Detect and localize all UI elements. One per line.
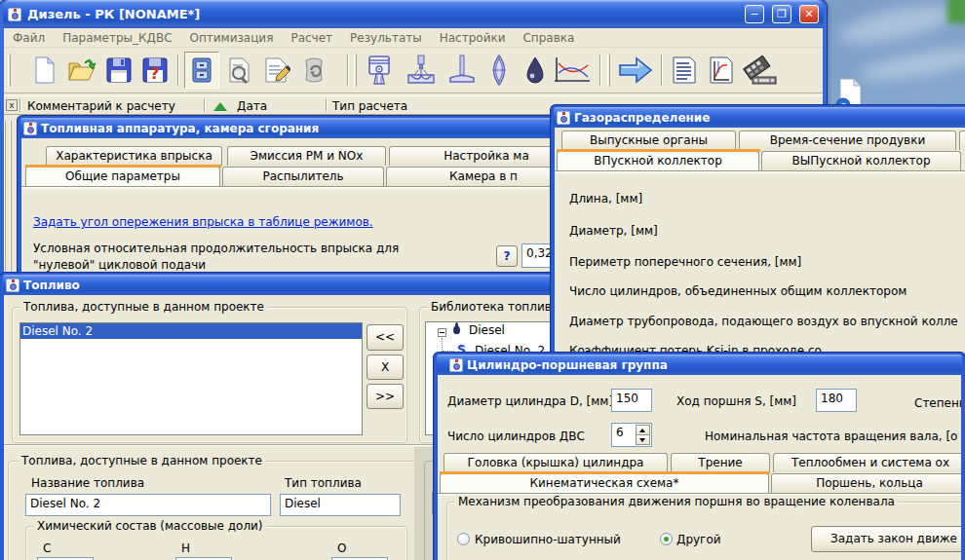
run-button[interactable] bbox=[616, 52, 655, 89]
tab-extra[interactable] bbox=[959, 131, 965, 150]
maximize-button[interactable]: ❐ bbox=[772, 5, 791, 23]
main-titlebar[interactable]: Дизель - РК [NONAME*] ─ ❐ ✕ bbox=[3, 0, 824, 28]
radio-other[interactable] bbox=[660, 533, 673, 545]
menu-results[interactable]: Результаты bbox=[341, 31, 431, 45]
menu-file[interactable]: Файл bbox=[4, 31, 54, 45]
discard-refresh-button[interactable] bbox=[296, 52, 331, 89]
tab-general-params[interactable]: Общие параметры bbox=[25, 167, 220, 186]
menu-bar: Файл Параметры_КДВС Оптимизация Расчет Р… bbox=[4, 28, 823, 48]
report-button[interactable] bbox=[667, 52, 702, 89]
print-preview-button[interactable] bbox=[222, 52, 257, 89]
gas-row-cylinders: Число цилиндров, объединенных общим колл… bbox=[569, 284, 907, 298]
tab-cylinder-head[interactable]: Головка (крышка) цилиндра bbox=[444, 453, 668, 472]
gas-row-length: Длина, [мм] bbox=[569, 192, 642, 205]
cyl-count-spinner[interactable]: 6 bbox=[611, 423, 652, 447]
archive-button[interactable] bbox=[184, 52, 219, 89]
chart-document-button[interactable] bbox=[704, 52, 739, 89]
save-button[interactable] bbox=[101, 52, 136, 89]
spinner-up[interactable] bbox=[636, 425, 650, 434]
header-comment[interactable]: Комментарий к расчету bbox=[27, 99, 175, 113]
sort-ascending-icon[interactable] bbox=[213, 102, 227, 111]
gas-icon bbox=[557, 111, 570, 125]
tab-time-section[interactable]: Время-сечение продувки bbox=[739, 131, 956, 150]
mechanism-label: Механизм преобразования движения поршня … bbox=[455, 495, 898, 508]
fuel-system-icon bbox=[23, 122, 37, 135]
injector-icon-button[interactable] bbox=[404, 52, 439, 89]
tab-heat-exchange[interactable]: Теплообмен и система ох bbox=[773, 453, 961, 472]
new-document-button[interactable] bbox=[27, 52, 62, 89]
project-fuels-label: Топлива, доступные в данном проекте bbox=[20, 300, 267, 314]
tree-root-label[interactable]: Diesel bbox=[469, 323, 505, 337]
gas-window: Газораспределение Выпускные органы Время… bbox=[551, 105, 965, 378]
toolbar-gripper[interactable] bbox=[8, 54, 11, 87]
fuel-title: Топливо bbox=[23, 279, 80, 292]
chem-o-label: O bbox=[337, 541, 346, 555]
library-label: Библиотека топлив bbox=[428, 300, 552, 314]
tab-exhaust-manifold[interactable]: ВЫПускной коллектор bbox=[761, 151, 961, 170]
tab-atomizer[interactable]: Распылитель bbox=[222, 167, 384, 186]
list-item-selected[interactable]: Diesel No. 2 bbox=[20, 323, 362, 339]
fuel-name-label: Название топлива bbox=[31, 476, 144, 490]
tab-emission[interactable]: Эмиссия PM и NOx bbox=[227, 146, 386, 166]
save-as-button[interactable]: ? bbox=[137, 52, 173, 89]
tab-intake-manifold[interactable]: ВПускной коллектор bbox=[557, 151, 759, 170]
active-tab-indicator bbox=[557, 149, 760, 152]
help-button[interactable]: ? bbox=[496, 245, 518, 267]
move-right-button[interactable]: >> bbox=[367, 384, 404, 409]
edit-document-button[interactable] bbox=[259, 52, 294, 89]
video-button[interactable] bbox=[740, 52, 779, 89]
fuel-type-input[interactable]: Diesel bbox=[280, 494, 401, 516]
menu-engine-params[interactable]: Параметры_КДВС bbox=[54, 31, 180, 45]
tab-piston-rings[interactable]: Поршень, кольца bbox=[771, 473, 961, 493]
screen: { "colors": { "titlebar_blue": "#2e62d8"… bbox=[0, 0, 965, 560]
main-title: Дизель - РК [NONAME*] bbox=[27, 7, 737, 21]
toolbar: ? bbox=[4, 48, 823, 93]
radio-crank[interactable] bbox=[457, 533, 470, 545]
gas-titlebar[interactable]: Газораспределение bbox=[554, 107, 965, 128]
tree-collapse-icon[interactable] bbox=[438, 328, 446, 337]
fuel-name-input[interactable]: Diesel No. 2 bbox=[25, 494, 271, 516]
tab-injection-characteristic[interactable]: Характеристика впрыска bbox=[46, 146, 222, 166]
menu-settings[interactable]: Настройки bbox=[431, 31, 515, 45]
piston-icon-button[interactable] bbox=[362, 52, 397, 89]
fuel-droplet-icon bbox=[453, 325, 460, 334]
droplet-icon-button[interactable] bbox=[518, 52, 553, 89]
tab-exhaust-organs[interactable]: Выпускные органы bbox=[561, 131, 736, 150]
spinner-down[interactable] bbox=[636, 434, 650, 445]
blades-icon-button[interactable] bbox=[482, 52, 517, 89]
ratio-label: Степень с bbox=[914, 396, 961, 410]
tab-kinematic-scheme[interactable]: Кинематическая схема* bbox=[440, 473, 769, 493]
minimize-button[interactable]: ─ bbox=[745, 5, 764, 23]
open-project-button[interactable] bbox=[64, 52, 99, 89]
chem-label: Химический состав (массовые доли) bbox=[34, 519, 266, 533]
active-tab-indicator bbox=[440, 471, 770, 474]
move-left-button[interactable]: << bbox=[367, 324, 404, 351]
panel-close-button[interactable]: x bbox=[6, 99, 18, 111]
header-date[interactable]: Дата bbox=[237, 99, 267, 113]
valve-icon-button[interactable] bbox=[444, 52, 480, 89]
cylinder-titlebar[interactable]: Цилиндро-поршневая группа bbox=[437, 355, 962, 375]
svg-text:?: ? bbox=[150, 64, 159, 83]
chem-h-label: H bbox=[181, 541, 190, 555]
tab-friction[interactable]: Трение bbox=[671, 453, 770, 472]
project-fuels-list[interactable]: Diesel No. 2 bbox=[19, 322, 363, 435]
header-type[interactable]: Тип расчета bbox=[332, 99, 407, 113]
delete-button[interactable]: X bbox=[367, 355, 404, 380]
gas-title: Газораспределение bbox=[574, 111, 710, 125]
bore-input[interactable]: 150 bbox=[611, 389, 652, 412]
menu-optimization[interactable]: Оптимизация bbox=[181, 31, 283, 45]
cylinder-window: Цилиндро-поршневая группа Диаметр цилинд… bbox=[434, 353, 965, 560]
close-button[interactable]: ✕ bbox=[799, 5, 819, 23]
cloud bbox=[836, 0, 957, 51]
gas-row-diameter: Диаметр, [мм] bbox=[569, 224, 658, 238]
menu-help[interactable]: Справка bbox=[514, 31, 583, 45]
app-icon bbox=[8, 8, 21, 21]
curves-icon-button[interactable] bbox=[552, 52, 593, 89]
menu-calculation[interactable]: Расчет bbox=[282, 31, 341, 45]
injection-advance-link[interactable]: Задать угол опережения впрыска в таблице… bbox=[33, 215, 373, 229]
stroke-label: Ход поршня S, [мм] bbox=[676, 394, 796, 408]
fuel-titlebar[interactable]: Топливо bbox=[3, 275, 553, 295]
motion-law-button[interactable]: Задать закон движе bbox=[811, 526, 961, 552]
stroke-input[interactable]: 180 bbox=[816, 389, 857, 412]
chem-group: Химический состав (массовые доли) bbox=[25, 526, 407, 560]
